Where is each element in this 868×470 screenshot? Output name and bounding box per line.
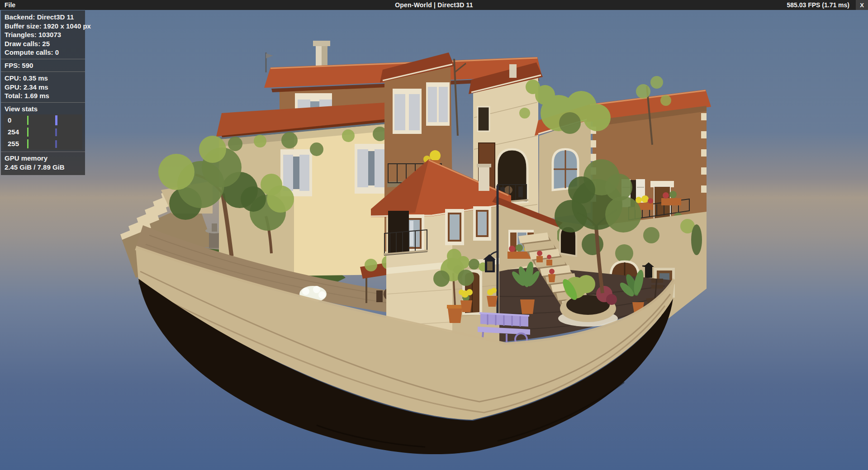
purple-tick xyxy=(55,115,57,125)
window-title: Open-World | Direct3D 11 xyxy=(0,1,868,9)
chimney xyxy=(509,64,517,78)
separator xyxy=(1,71,85,72)
stat-triangles: Triangles: 103073 xyxy=(1,30,85,39)
green-tick xyxy=(27,128,28,137)
stat-total: Total: 1.69 ms xyxy=(1,91,85,100)
stat-fps: FPS: 590 xyxy=(1,61,85,70)
separator xyxy=(1,59,85,59)
shuttered-window xyxy=(355,144,388,194)
view-stats-label: View stats xyxy=(1,104,85,114)
gpu-memory-value: 2.45 GiB / 7.89 GiB xyxy=(1,163,85,172)
histogram-row-label: 255 xyxy=(4,139,19,148)
histogram-row: 0 xyxy=(4,114,82,126)
histogram-row-label: 0 xyxy=(4,116,11,125)
close-button[interactable]: X xyxy=(856,0,868,10)
stat-compute-calls: Compute calls: 0 xyxy=(1,48,85,57)
chimney xyxy=(479,166,489,191)
shuttered-window xyxy=(393,89,422,134)
fps-readout: 585.03 FPS (1.71 ms) xyxy=(787,1,849,9)
separator xyxy=(1,152,85,152)
purple-tick xyxy=(55,128,57,136)
green-tick xyxy=(27,116,28,125)
purple-tick xyxy=(55,140,57,148)
histogram-row: 254 xyxy=(4,126,82,138)
viewport-3d[interactable] xyxy=(0,0,868,470)
histogram-row: 255 xyxy=(4,138,82,150)
window xyxy=(473,206,491,241)
view-stats-histogram: 0254255 xyxy=(4,114,82,150)
stat-buffer-size: Buffer size: 1920 x 1040 px xyxy=(1,22,85,31)
small-window xyxy=(478,107,489,131)
green-tick xyxy=(27,139,28,148)
shuttered-window xyxy=(426,82,450,126)
village-scene xyxy=(0,0,868,470)
stat-gpu: GPU: 2.34 ms xyxy=(1,83,85,92)
menu-bar: File Open-World | Direct3D 11 585.03 FPS… xyxy=(0,0,868,10)
separator xyxy=(1,102,85,103)
stat-cpu: CPU: 0.35 ms xyxy=(1,74,85,83)
stats-panel: Backend: Direct3D 11 Buffer size: 1920 x… xyxy=(1,10,85,175)
app-window: File Open-World | Direct3D 11 585.03 FPS… xyxy=(0,0,868,470)
stat-draw-calls: Draw calls: 25 xyxy=(1,39,85,48)
stat-backend: Backend: Direct3D 11 xyxy=(1,13,85,22)
yellow-flowers xyxy=(430,150,441,161)
file-menu[interactable]: File xyxy=(0,0,22,10)
window xyxy=(445,209,464,245)
gpu-memory-label: GPU memory xyxy=(1,154,85,163)
yellow-flower-pot xyxy=(487,288,498,307)
histogram-row-label: 254 xyxy=(4,128,19,137)
